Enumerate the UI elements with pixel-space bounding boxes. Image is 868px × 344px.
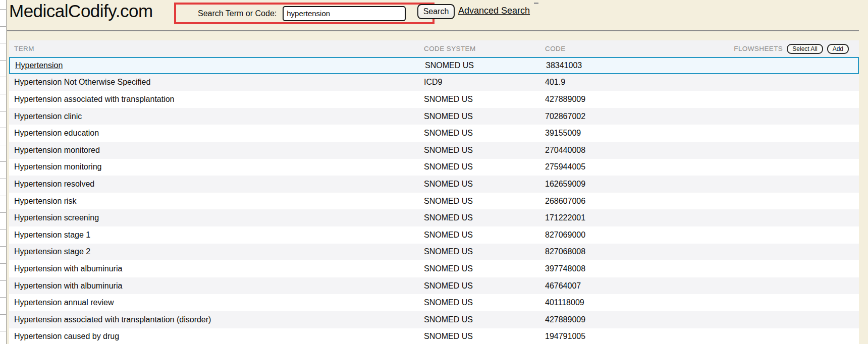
code-cell: 270440008: [545, 146, 859, 155]
table-row[interactable]: Hypertension monitoring SNOMED US 275944…: [9, 159, 859, 176]
code-cell: 38341003: [546, 61, 858, 70]
advanced-search-link[interactable]: Advanced Search: [458, 6, 530, 16]
term-cell[interactable]: Hypertension resolved: [9, 180, 424, 189]
left-edge-panel: [0, 0, 7, 344]
code-cell: 827069000: [545, 231, 859, 240]
term-cell[interactable]: Hypertension monitoring: [9, 162, 424, 171]
code-system-cell: SNOMED US: [424, 247, 545, 256]
table-row[interactable]: Hypertension Not Otherwise Specified ICD…: [9, 74, 859, 91]
code-system-cell: SNOMED US: [424, 162, 545, 171]
term-link[interactable]: Hypertension: [10, 61, 425, 70]
code-system-cell: SNOMED US: [424, 231, 545, 240]
code-system-cell: SNOMED US: [424, 197, 545, 206]
table-row[interactable]: Hypertension associated with transplanta…: [9, 91, 859, 108]
column-header-code-system: CODE SYSTEM: [424, 45, 545, 52]
table-row[interactable]: Hypertension associated with transplanta…: [9, 311, 859, 328]
code-cell: 401.9: [545, 78, 859, 87]
code-system-cell: SNOMED US: [424, 180, 545, 189]
term-cell[interactable]: Hypertension associated with transplanta…: [9, 315, 424, 324]
term-cell[interactable]: Hypertension annual review: [9, 298, 424, 307]
table-row[interactable]: Hypertension with albuminuria SNOMED US …: [9, 260, 859, 277]
term-cell[interactable]: Hypertension with albuminuria: [9, 281, 424, 291]
table-body: Hypertension SNOMED US 38341003 Hyperten…: [9, 57, 859, 344]
code-cell: 171222001: [545, 213, 859, 222]
code-system-cell: SNOMED US: [424, 129, 545, 138]
search-label: Search Term or Code:: [198, 9, 277, 18]
table-row[interactable]: Hypertension stage 1 SNOMED US 827069000: [9, 226, 859, 244]
column-header-code: CODE: [545, 45, 734, 52]
term-cell[interactable]: Hypertension caused by drug: [9, 332, 424, 341]
column-header-term: TERM: [9, 45, 424, 52]
column-header-flowsheets: FLOWSHEETS: [734, 45, 783, 52]
code-system-cell: SNOMED US: [424, 332, 545, 341]
code-cell: 162659009: [545, 180, 859, 189]
term-cell[interactable]: Hypertension stage 2: [9, 247, 424, 256]
term-cell[interactable]: Hypertension risk: [9, 197, 424, 206]
add-button[interactable]: Add: [827, 44, 849, 54]
table-row[interactable]: Hypertension annual review SNOMED US 401…: [9, 294, 859, 311]
table-header-row: TERM CODE SYSTEM CODE FLOWSHEETS Select …: [9, 40, 859, 57]
search-input[interactable]: [283, 6, 406, 21]
table-row[interactable]: Hypertension education SNOMED US 3915500…: [9, 125, 859, 142]
table-row[interactable]: Hypertension SNOMED US 38341003: [9, 57, 859, 74]
term-cell[interactable]: Hypertension clinic: [9, 112, 424, 121]
code-cell: 427889009: [545, 315, 859, 324]
code-system-cell: SNOMED US: [424, 315, 545, 324]
table-row[interactable]: Hypertension monitored SNOMED US 2704400…: [9, 142, 859, 159]
code-cell: 702867002: [545, 112, 859, 121]
term-cell[interactable]: Hypertension stage 1: [9, 231, 424, 240]
code-system-cell: SNOMED US: [424, 264, 545, 273]
site-title: MedicalCodify.com: [9, 1, 153, 21]
term-cell[interactable]: Hypertension with albuminuria: [9, 264, 424, 273]
code-system-cell: SNOMED US: [424, 95, 545, 104]
code-system-cell: SNOMED US: [424, 146, 545, 155]
code-cell: 46764007: [545, 281, 859, 291]
code-cell: 268607006: [545, 197, 859, 206]
code-cell: 275944005: [545, 162, 859, 171]
code-cell: 39155009: [545, 129, 859, 138]
code-cell: 827068008: [545, 247, 859, 256]
code-system-cell: ICD9: [424, 78, 545, 87]
header-divider: [7, 30, 859, 31]
code-cell: 194791005: [545, 332, 859, 341]
table-row[interactable]: Hypertension screening SNOMED US 1712220…: [9, 209, 859, 226]
table-row[interactable]: Hypertension risk SNOMED US 268607006: [9, 193, 859, 210]
search-button[interactable]: Search: [417, 4, 455, 19]
code-system-cell: SNOMED US: [424, 298, 545, 307]
code-cell: 401118009: [545, 298, 859, 307]
term-cell[interactable]: Hypertension monitored: [9, 146, 424, 155]
code-system-cell: SNOMED US: [425, 61, 546, 70]
flowsheets-header-group: FLOWSHEETS Select All Add: [734, 44, 849, 54]
table-row[interactable]: Hypertension clinic SNOMED US 702867002: [9, 108, 859, 125]
results-table: TERM CODE SYSTEM CODE FLOWSHEETS Select …: [9, 40, 859, 344]
term-cell[interactable]: Hypertension associated with transplanta…: [9, 95, 424, 104]
term-cell[interactable]: Hypertension screening: [9, 213, 424, 222]
term-cell[interactable]: Hypertension Not Otherwise Specified: [9, 78, 424, 87]
table-row[interactable]: Hypertension caused by drug SNOMED US 19…: [9, 328, 859, 344]
table-row[interactable]: Hypertension resolved SNOMED US 16265900…: [9, 176, 859, 193]
table-row[interactable]: Hypertension stage 2 SNOMED US 827068008: [9, 244, 859, 261]
select-all-button[interactable]: Select All: [787, 44, 823, 54]
table-row[interactable]: Hypertension with albuminuria SNOMED US …: [9, 277, 859, 295]
code-system-cell: SNOMED US: [424, 281, 545, 291]
code-system-cell: SNOMED US: [424, 213, 545, 222]
code-cell: 427889009: [545, 95, 859, 104]
scrollbar-dash: [534, 3, 538, 4]
search-highlight-box: Search Term or Code:: [174, 3, 435, 24]
term-cell[interactable]: Hypertension education: [9, 129, 424, 138]
code-system-cell: SNOMED US: [424, 112, 545, 121]
code-cell: 397748008: [545, 264, 859, 273]
